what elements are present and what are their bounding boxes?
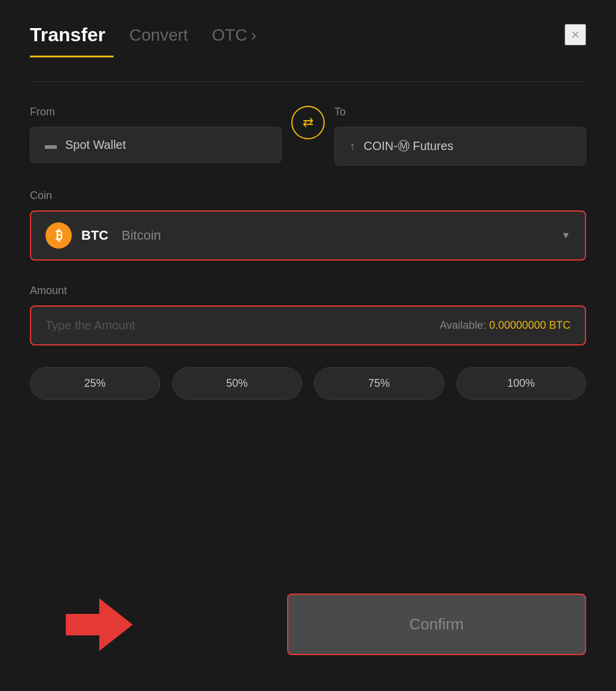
percent-row: 25% 50% 75% 100% <box>30 367 586 400</box>
from-label: From <box>30 106 282 118</box>
bottom-section: Confirm <box>30 594 586 655</box>
amount-section: Amount Available: 0.00000000 BTC <box>30 285 586 346</box>
arrow-wrapper <box>66 598 133 651</box>
close-button[interactable]: × <box>565 24 586 45</box>
from-group: From ▬ Spot Wallet <box>30 106 282 163</box>
available-text: Available: 0.00000000 BTC <box>440 319 571 332</box>
active-tab-indicator <box>30 56 114 57</box>
amount-input-wrapper: Available: 0.00000000 BTC <box>30 305 586 346</box>
coin-selector[interactable]: ₿ BTC Bitcoin ▼ <box>30 210 586 261</box>
chevron-down-icon: ▼ <box>561 230 571 241</box>
wallet-icon: ▬ <box>45 138 57 152</box>
to-wallet-selector[interactable]: ↑ COIN-Ⓜ Futures <box>334 127 586 166</box>
to-wallet-name: COIN-Ⓜ Futures <box>364 138 453 154</box>
coin-section: Coin ₿ BTC Bitcoin ▼ <box>30 189 586 261</box>
percent-25-button[interactable]: 25% <box>30 367 160 400</box>
chevron-right-icon: › <box>251 26 256 45</box>
swap-button[interactable]: ⇄ <box>291 106 325 139</box>
from-wallet-name: Spot Wallet <box>65 138 126 152</box>
confirm-button[interactable]: Confirm <box>287 594 586 655</box>
available-amount: 0.00000000 BTC <box>489 319 571 331</box>
coin-symbol: BTC <box>81 228 108 243</box>
coin-fullname: Bitcoin <box>121 228 161 243</box>
tab-convert[interactable]: Convert <box>129 26 188 52</box>
amount-input[interactable] <box>45 319 440 332</box>
percent-50-button[interactable]: 50% <box>172 367 303 400</box>
transfer-modal: Transfer Convert OTC › × From ▬ Spot Wal… <box>0 0 616 691</box>
percent-75-button[interactable]: 75% <box>314 367 444 400</box>
swap-btn-wrapper: ⇄ <box>282 106 334 144</box>
tab-otc[interactable]: OTC › <box>212 26 256 52</box>
modal-header: Transfer Convert OTC › × <box>30 24 586 53</box>
btc-icon: ₿ <box>45 222 72 249</box>
coin-label: Coin <box>30 189 586 202</box>
amount-label: Amount <box>30 285 586 297</box>
arrow-tail <box>66 614 99 635</box>
arrow-head-icon <box>99 598 133 651</box>
from-to-section: From ▬ Spot Wallet ⇄ To ↑ COIN-Ⓜ Futures <box>30 106 586 166</box>
to-label: To <box>334 106 586 118</box>
from-wallet-selector[interactable]: ▬ Spot Wallet <box>30 127 282 163</box>
futures-icon: ↑ <box>349 139 355 153</box>
to-group: To ↑ COIN-Ⓜ Futures <box>334 106 586 166</box>
tab-transfer[interactable]: Transfer <box>30 24 105 53</box>
header-divider <box>30 81 586 82</box>
percent-100-button[interactable]: 100% <box>456 367 587 400</box>
